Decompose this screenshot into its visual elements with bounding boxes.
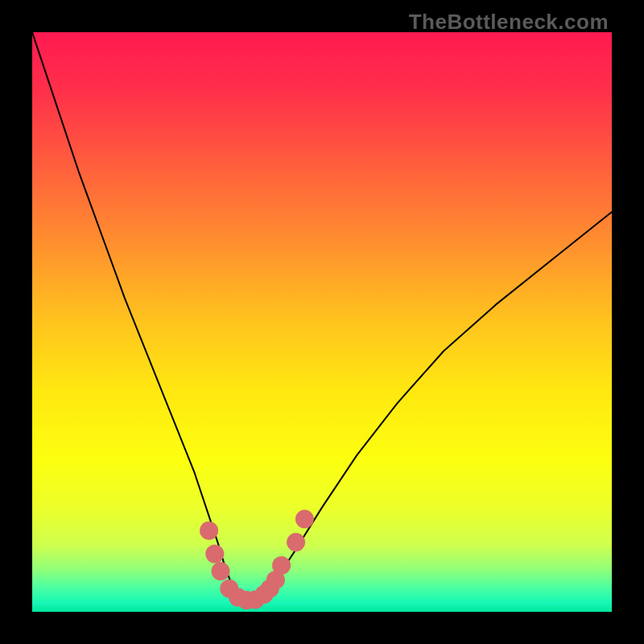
data-markers <box>200 510 314 609</box>
data-marker <box>287 533 305 551</box>
plot-area <box>32 32 612 612</box>
data-marker <box>212 562 230 580</box>
chart-overlay <box>32 32 612 612</box>
data-marker <box>295 510 314 528</box>
data-marker <box>272 556 291 575</box>
data-marker <box>200 522 218 540</box>
data-marker <box>205 545 224 564</box>
chart-frame: TheBottleneck.com <box>0 0 644 644</box>
bottleneck-curve <box>32 32 612 601</box>
watermark-text: TheBottleneck.com <box>409 10 609 35</box>
